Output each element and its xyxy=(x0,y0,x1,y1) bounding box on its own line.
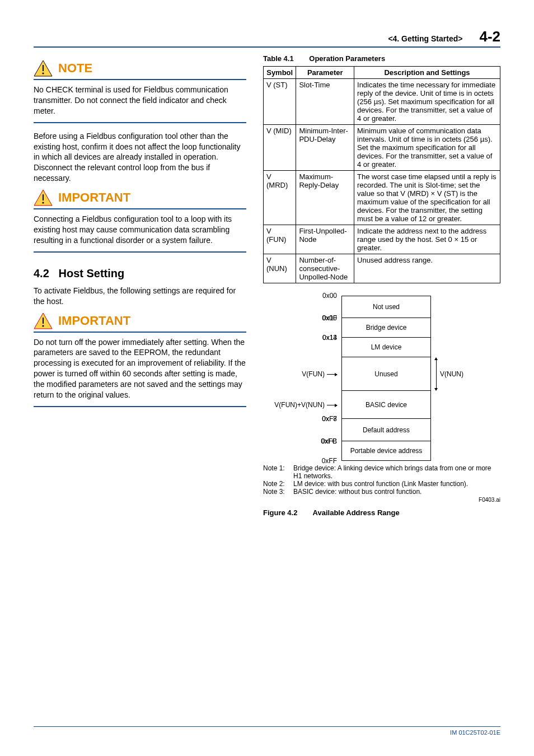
note3-text: BASIC device: without bus control functi… xyxy=(293,488,421,496)
table-row: V (NUN) Number-of-consecutive-Unpolled-N… xyxy=(264,254,500,283)
cell-param: First-Unpolled-Node xyxy=(296,225,354,254)
figure-number: Figure 4.2 xyxy=(263,508,297,517)
note1-tag: Note 1: xyxy=(263,464,293,480)
vnun-bracket-icon xyxy=(434,357,439,391)
diag-box-default: Default address xyxy=(342,419,430,441)
vnun-bracket-col: V(NUN) xyxy=(431,357,459,391)
label-vnun: V(NUN) xyxy=(440,370,463,378)
tick-0x14: 0x14 xyxy=(322,334,337,342)
cell-symbol: V (MRD) xyxy=(264,171,296,225)
important1-title: IMPORTANT xyxy=(58,190,130,205)
table-number: Table 4.1 xyxy=(263,54,294,63)
figure-title: Available Address Range xyxy=(313,508,400,517)
cell-symbol: V (ST) xyxy=(264,79,296,125)
svg-point-2 xyxy=(42,72,44,74)
cell-symbol: V (FUN) xyxy=(264,225,296,254)
section-heading: 4.2 Host Setting xyxy=(34,267,246,280)
note3-tag: Note 3: xyxy=(263,488,293,496)
header-chapter: <4. Getting Started> xyxy=(388,34,462,43)
cell-param: Slot-Time xyxy=(296,79,354,125)
label-vfun-vnun: V(FUN)+V(NUN) xyxy=(274,401,325,409)
table-header-row: Symbol Parameter Description and Setting… xyxy=(264,67,500,79)
figure-caption: Figure 4.2 Available Address Range xyxy=(263,508,500,517)
table-row: V (FUN) First-Unpolled-Node Indicate the… xyxy=(264,225,500,254)
cell-param: Number-of-consecutive-Unpolled-Node xyxy=(296,254,354,283)
paragraph-before-important: Before using a Fieldbus configuration to… xyxy=(34,131,246,184)
th-parameter: Parameter xyxy=(296,67,354,79)
header-page-number: 4-2 xyxy=(479,28,500,45)
note-title: NOTE xyxy=(58,61,92,76)
warning-triangle-icon xyxy=(34,60,53,77)
important2-body: Do not turn off the power immediately af… xyxy=(34,337,246,407)
page-header: <4. Getting Started> 4-2 xyxy=(34,28,500,48)
table-row: V (MRD) Maximum-Reply-Delay The worst ca… xyxy=(264,171,500,225)
diag-box-portable: Portable device address xyxy=(342,441,430,461)
cell-symbol: V (NUN) xyxy=(264,254,296,283)
tick-0x00: 0x00 xyxy=(322,292,337,300)
note2-text: LM device: with bus control function (Li… xyxy=(293,480,468,488)
section-number: 4.2 xyxy=(34,267,49,279)
diag-tick-col: V(FUN) xyxy=(263,357,341,391)
left-column: NOTE No CHECK terminal is used for Field… xyxy=(34,54,246,517)
note3: Note 3: BASIC device: without bus contro… xyxy=(263,488,500,496)
cell-desc: Indicate the address next to the address… xyxy=(354,225,500,254)
tick-0xFF: 0xFF xyxy=(322,457,337,465)
arrow-right-icon xyxy=(327,405,337,405)
note2-tag: Note 2: xyxy=(263,480,293,488)
important1-body: Connecting a Fieldbus configuration tool… xyxy=(34,214,246,253)
operation-parameters-table: Symbol Parameter Description and Setting… xyxy=(263,66,500,283)
cell-desc: Indicates the time necessary for immedia… xyxy=(354,79,500,125)
label-vfun: V(FUN) xyxy=(302,370,325,378)
footer-doc-id: IM 01C25T02-01E xyxy=(450,729,500,736)
tick-0x10: 0x10 xyxy=(322,314,337,322)
note-body: No CHECK terminal is used for Fieldbus c… xyxy=(34,85,246,123)
note-header: NOTE xyxy=(34,60,246,80)
figure-reference-code: F0403.ai xyxy=(263,497,500,503)
table-row: V (ST) Slot-Time Indicates the time nece… xyxy=(264,79,500,125)
cell-desc: Minimum value of communication data inte… xyxy=(354,125,500,171)
diag-tick-col: 0xFC 0xFF xyxy=(263,441,341,461)
warning-triangle-icon xyxy=(34,189,53,206)
important1-header: IMPORTANT xyxy=(34,189,246,209)
diag-tick-col: 0x14 xyxy=(263,338,341,357)
diag-box-not-used: Not used xyxy=(342,296,430,318)
note1-text: Bridge device: A linking device which br… xyxy=(293,464,500,480)
table-row: V (MID) Minimum-Inter-PDU-Delay Minimum … xyxy=(264,125,500,171)
address-range-diagram: 0x00 0x0F Not used 0x10 0x13 Bridge devi… xyxy=(263,296,500,461)
cell-desc: The worst case time elapsed until a repl… xyxy=(354,171,500,225)
right-column: Table 4.1 Operation Parameters Symbol Pa… xyxy=(263,54,500,517)
paragraph-after-heading: To activate Fieldbus, the following sett… xyxy=(34,286,246,307)
table-caption: Table 4.1 Operation Parameters xyxy=(263,54,500,63)
table-title: Operation Parameters xyxy=(309,54,385,63)
svg-point-5 xyxy=(42,202,44,204)
cell-param: Minimum-Inter-PDU-Delay xyxy=(296,125,354,171)
note2: Note 2: LM device: with bus control func… xyxy=(263,480,500,488)
diag-box-unused: Unused xyxy=(342,357,430,391)
content-columns: NOTE No CHECK terminal is used for Field… xyxy=(34,54,500,517)
cell-desc: Unused address range. xyxy=(354,254,500,283)
section-title-text: Host Setting xyxy=(58,267,124,279)
cell-param: Maximum-Reply-Delay xyxy=(296,171,354,225)
tick-0xF8: 0xF8 xyxy=(322,415,337,423)
cell-symbol: V (MID) xyxy=(264,125,296,171)
page-footer: IM 01C25T02-01E xyxy=(34,726,500,736)
diag-box-bridge: Bridge device xyxy=(342,318,430,338)
svg-point-8 xyxy=(42,325,44,326)
th-description: Description and Settings xyxy=(354,67,500,79)
th-symbol: Symbol xyxy=(264,67,296,79)
diag-box-lm: LM device xyxy=(342,338,430,357)
important2-header: IMPORTANT xyxy=(34,312,246,333)
diagram-notes: Note 1: Bridge device: A linking device … xyxy=(263,464,500,496)
warning-triangle-icon xyxy=(34,312,53,329)
important2-title: IMPORTANT xyxy=(58,314,130,328)
arrow-right-icon xyxy=(327,374,337,375)
note1: Note 1: Bridge device: A linking device … xyxy=(263,464,500,480)
tick-0xFC: 0xFC xyxy=(321,437,337,445)
diag-box-basic: BASIC device xyxy=(342,391,430,419)
